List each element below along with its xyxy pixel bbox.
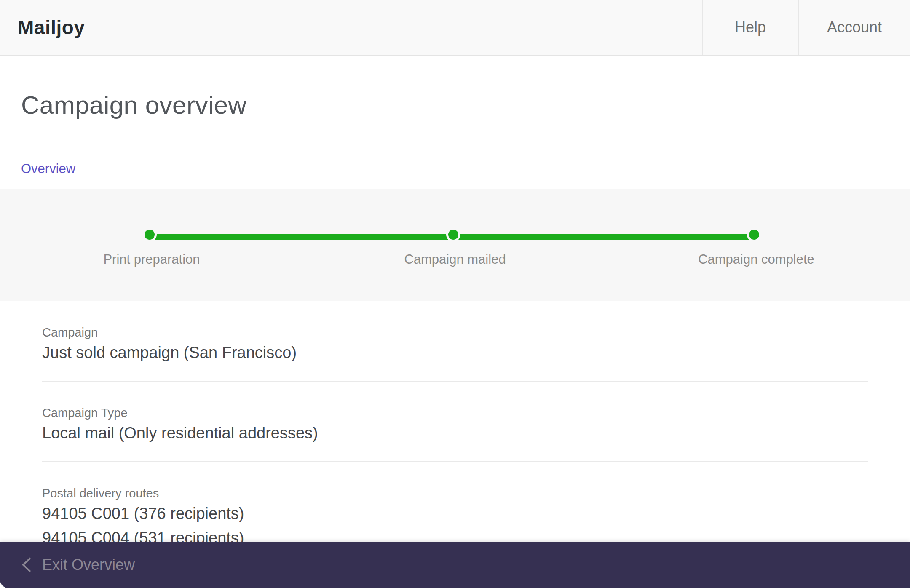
progress-dot-campaign-complete	[747, 227, 761, 242]
postal-route-item: 94105 C001 (376 recipients)	[42, 504, 868, 523]
nav-item-account[interactable]: Account	[798, 0, 910, 55]
exit-overview-button[interactable]: Exit Overview	[21, 556, 135, 574]
exit-overview-label: Exit Overview	[42, 556, 135, 574]
progress-label-print-preparation: Print preparation	[103, 252, 200, 267]
tab-overview[interactable]: Overview	[21, 160, 75, 177]
page-title: Campaign overview	[21, 91, 889, 120]
field-campaign-type: Campaign Type Local mail (Only residenti…	[42, 382, 868, 462]
field-campaign: Campaign Just sold campaign (San Francis…	[42, 301, 868, 382]
progress-dot-campaign-mailed	[446, 227, 460, 242]
nav-item-help[interactable]: Help	[702, 0, 798, 55]
campaign-progress-tracker: Print preparation Campaign mailed Campai…	[0, 189, 910, 301]
field-campaign-type-value: Local mail (Only residential addresses)	[42, 423, 868, 443]
app-header: Mailjoy Help Account	[0, 0, 910, 56]
header-nav: Help Account	[702, 0, 910, 55]
chevron-left-icon	[21, 556, 32, 573]
progress-dot-print-preparation	[142, 227, 157, 242]
field-postal-routes-label: Postal delivery routes	[42, 486, 868, 500]
progress-label-campaign-complete: Campaign complete	[698, 252, 814, 267]
page-head: Campaign overview Overview	[0, 56, 910, 177]
field-campaign-value: Just sold campaign (San Francisco)	[42, 343, 868, 362]
mailjoy-logo[interactable]: Mailjoy	[0, 0, 702, 55]
campaign-details: Campaign Just sold campaign (San Francis…	[0, 301, 910, 566]
field-campaign-type-label: Campaign Type	[42, 406, 868, 420]
field-campaign-label: Campaign	[42, 325, 868, 339]
progress-label-campaign-mailed: Campaign mailed	[404, 252, 506, 267]
overview-footer-bar: Exit Overview	[0, 542, 910, 588]
